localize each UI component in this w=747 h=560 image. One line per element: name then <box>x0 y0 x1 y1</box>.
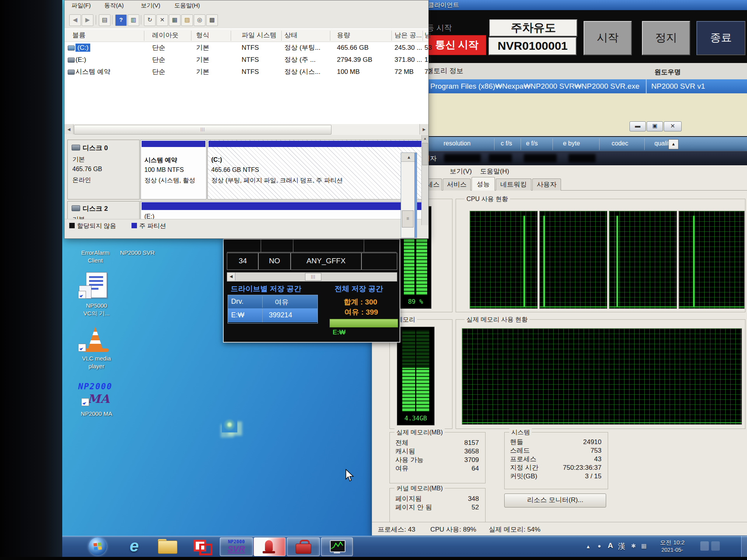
volume-row-e[interactable]: (E:) 단순 기본 NTFS 정상 (주 ... 2794.39 GB 371… <box>65 54 428 66</box>
selected-path-row[interactable]: Program Files (x86)₩Nexpa₩NP2000 SVR₩NP2… <box>424 79 747 93</box>
vlc-cone-base <box>83 348 109 352</box>
menu-view[interactable]: 보기(V) <box>446 166 476 177</box>
grid-cell-flag[interactable]: NO <box>258 253 291 270</box>
scroll-left-icon[interactable]: ◀ <box>227 273 235 280</box>
ime-hanja-icon[interactable]: 漢 <box>618 541 625 551</box>
scroll-left-icon[interactable]: ◀ <box>65 124 74 135</box>
close-button[interactable]: ✕ <box>664 121 682 131</box>
col-resolution[interactable]: resolution <box>444 140 470 147</box>
list-view-icon[interactable]: ▤ <box>99 14 110 26</box>
disk0-info-cell[interactable]: 디스크 0 기본 465.76 GB 온라인 <box>67 140 140 200</box>
type: 기본 <box>196 54 209 66</box>
desktop-icon-vlc[interactable]: VLC media player <box>67 327 126 375</box>
horizontal-scrollbar[interactable]: ◀ ||| <box>227 272 397 282</box>
internet-explorer-icon[interactable]: e <box>124 537 145 556</box>
volume-row-c[interactable]: (C:) 단순 기본 NTFS 정상 (부팅... 465.66 GB 245.… <box>65 42 428 54</box>
tray-settings-icon[interactable]: ✱ <box>631 542 636 550</box>
back-icon[interactable]: ◀ <box>69 14 81 26</box>
col-filesystem[interactable]: 파일 시스템 <box>242 29 277 42</box>
taskbar-button-np2000-svr[interactable]: NP2000 SVR <box>220 537 253 556</box>
tab-networking[interactable]: 네트워킹 <box>496 178 531 191</box>
col-capacity[interactable]: 용량 <box>337 29 350 42</box>
properties-icon[interactable]: ▦ <box>169 14 181 26</box>
start-button[interactable]: 시작 <box>584 21 632 55</box>
tab-services[interactable]: 서비스 <box>443 178 471 191</box>
stop-button[interactable]: 정지 <box>642 21 690 55</box>
legend-unallocated-label: 할당되지 않음 <box>77 222 116 230</box>
menu-help[interactable]: 도움말(H) <box>170 1 204 10</box>
menu-action[interactable]: 동작(A) <box>100 1 128 10</box>
scroll-thumb[interactable]: ||| <box>305 273 321 281</box>
file-explorer-icon[interactable] <box>158 539 177 554</box>
taskbar-button-erroralarm[interactable] <box>254 537 286 556</box>
minimize-button[interactable]: ▬ <box>630 121 646 131</box>
restore-button[interactable]: ▣ <box>647 121 663 131</box>
col-status[interactable]: 상태 <box>284 29 298 42</box>
col-type[interactable]: 형식 <box>196 29 209 42</box>
tray-app-icon[interactable]: ▦ <box>641 542 647 550</box>
col-codec[interactable]: codec <box>612 140 628 147</box>
col-cfs[interactable]: c f/s <box>501 140 512 147</box>
exit-button[interactable]: 종료 <box>696 21 745 55</box>
refresh-icon[interactable]: ↻ <box>144 14 156 26</box>
grid-cell-channel[interactable]: 34 <box>227 253 259 270</box>
open-icon[interactable]: ▨ <box>181 14 193 26</box>
background-scrollbar[interactable]: ▲ ≡ <box>401 152 417 238</box>
volume-row-system-reserved[interactable]: 시스템 예약 단순 기본 NTFS 정상 (시스... 100 MB 72 MB… <box>65 66 428 78</box>
group-label: 실제 메모리 사용 현황 <box>465 316 530 324</box>
scroll-up-icon[interactable]: ▲ <box>422 135 428 142</box>
tab-users[interactable]: 사용자 <box>532 178 561 191</box>
col-efs[interactable]: e f/s <box>526 140 538 147</box>
titlebar[interactable]: 클라이언트 <box>424 0 747 10</box>
tray-status-icon[interactable]: ● <box>598 542 601 549</box>
col-free-pct[interactable]: 남 <box>424 29 431 42</box>
menu-help[interactable]: 도움말(H) <box>476 166 513 177</box>
scroll-up-icon[interactable]: ▲ <box>668 139 679 149</box>
comm-start-button[interactable]: 통신 시작 <box>427 35 486 55</box>
ime-english-icon[interactable]: A <box>608 541 613 550</box>
red-frames-app-icon[interactable] <box>194 539 212 555</box>
forward-icon[interactable]: ▶ <box>82 14 93 26</box>
drive-row[interactable]: E:₩ 399214 <box>228 308 317 322</box>
partition-system-reserved[interactable]: 시스템 예약 100 MB NTFS 정상 (시스템, 활성 <box>140 140 207 200</box>
col-volume[interactable]: 볼륨 <box>72 29 86 42</box>
scroll-right-icon[interactable]: ▶ <box>419 124 428 135</box>
partition-c[interactable]: (C:) 465.66 GB NTFS 정상 (부팅, 페이지 파일, 크래시 … <box>207 140 423 200</box>
button-label: 리소스 모니터(R)... <box>527 496 584 504</box>
show-desktop-button[interactable] <box>741 536 747 557</box>
scroll-thumb[interactable] <box>422 143 428 165</box>
grid-cell-empty[interactable] <box>361 253 397 270</box>
vertical-scrollbar[interactable]: ▲ <box>421 135 428 225</box>
tray-expand-icon[interactable]: ▴ <box>587 543 590 550</box>
horizontal-scrollbar[interactable]: ◀ ▶ ||| <box>65 124 428 135</box>
resource-monitor-button[interactable]: 리소스 모니터(R)... <box>504 494 606 508</box>
tab-performance[interactable]: 성능 <box>472 177 495 191</box>
kernel-memory-group: 커널 메모리(MB) 페이지됨348 페이지 안 됨52 <box>389 488 486 522</box>
tray-extra-icon[interactable] <box>700 541 709 551</box>
start-button[interactable] <box>89 537 107 555</box>
svr-label: SVR <box>220 544 253 554</box>
settings-icon[interactable]: ▩ <box>206 14 218 26</box>
desktop-icon-np5000[interactable]: NP5000 VC의 기... <box>67 272 126 321</box>
menu-view[interactable]: 보기(V) <box>137 1 164 10</box>
taskbar-button-task-manager[interactable] <box>321 537 353 556</box>
help-icon[interactable]: ? <box>115 14 127 26</box>
status: 정상 (주 ... <box>284 54 329 66</box>
col-ebyte[interactable]: e byte <box>563 140 580 147</box>
search-icon[interactable]: ◎ <box>194 14 205 26</box>
menu-file[interactable]: 파일(F) <box>68 1 95 10</box>
delete-icon[interactable]: ✕ <box>156 14 168 26</box>
desktop-icon-np2000-svr[interactable]: NP2000 SVR <box>108 249 167 257</box>
col-free[interactable]: 남은 공... <box>395 29 422 42</box>
col-layout[interactable]: 레이아웃 <box>152 29 179 42</box>
desktop-icon-np2000-ma[interactable]: NP2000 MA NP2000 MA <box>67 382 126 425</box>
tray-extra-icon[interactable] <box>711 541 720 551</box>
scroll-thumb[interactable]: ≡ <box>402 210 414 228</box>
clock[interactable]: 오전 10:2 2021-05- <box>652 539 693 554</box>
grid-cell-name[interactable]: ANY_GFFX <box>290 253 362 270</box>
detail-view-icon[interactable]: ▥ <box>128 14 139 26</box>
window-title: 클라이언트 <box>428 1 459 9</box>
stat-label: 핸들 <box>510 438 523 446</box>
taskbar-button-toolbox[interactable] <box>287 537 320 556</box>
scroll-thumb[interactable]: ||| <box>74 125 331 135</box>
